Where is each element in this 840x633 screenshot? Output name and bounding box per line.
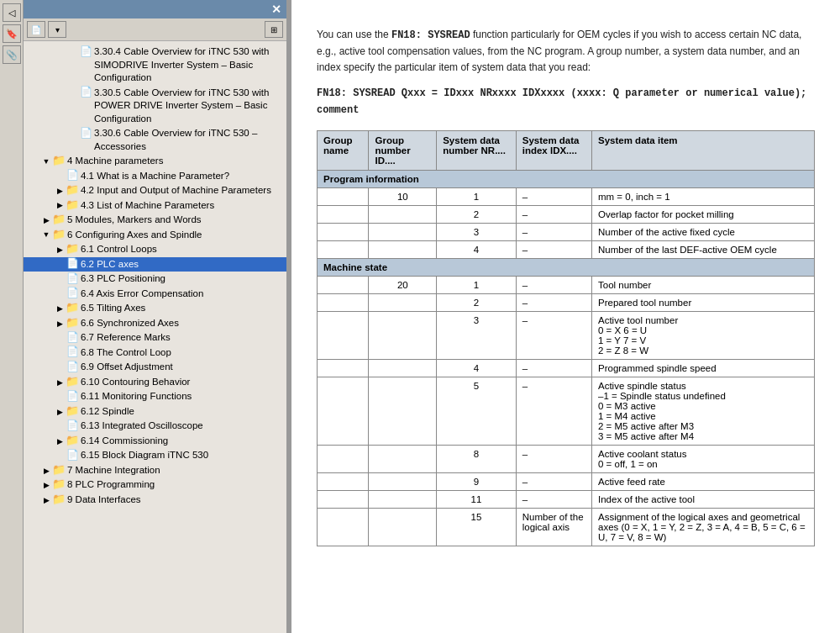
table-row: 5–Active spindle status–1 = Spindle stat… <box>318 377 815 445</box>
tree-item-block-diag[interactable]: 📄 6.15 Block Diagram iTNC 530 <box>24 448 286 463</box>
tree-item-control-loops[interactable]: ▶ 📁 6.1 Control Loops <box>24 242 286 257</box>
tree-icon: 📁 <box>66 199 79 211</box>
nav-back-btn[interactable]: ◁ <box>3 3 21 22</box>
tree-toggle[interactable]: ▶ <box>40 214 52 226</box>
table-row: 2–Overlap factor for pocket milling <box>318 205 815 223</box>
tree-label: 6.2 PLC axes <box>81 258 139 272</box>
paperclip-btn[interactable]: 📎 <box>3 45 21 64</box>
tree-label: 6.15 Block Diagram iTNC 530 <box>81 449 208 462</box>
tree-item-machine-params[interactable]: ▼ 📁 4 Machine parameters <box>24 154 286 169</box>
tree-toggle[interactable]: ▶ <box>54 377 66 388</box>
tree-item-input-output[interactable]: ▶ 📁 4.2 Input and Output of Machine Para… <box>24 183 286 198</box>
tree-label: 3.30.5 Cable Overview for iTNC 530 with … <box>94 87 283 126</box>
sidebar-close-btn[interactable]: ✕ <box>271 3 281 16</box>
table-cell-sys-item: Active coolant status0 = off, 1 = on <box>592 445 815 472</box>
tree-toggle[interactable] <box>54 347 66 359</box>
tree-toggle[interactable]: ▶ <box>54 185 66 197</box>
table-cell-group-num <box>369 223 437 240</box>
tree-item-plc-axes[interactable]: 📄 6.2 PLC axes <box>24 257 286 272</box>
table-cell-group-name <box>318 508 369 546</box>
tree-item-contouring[interactable]: ▶ 📁 6.10 Contouring Behavior <box>24 375 286 390</box>
tree-item-monitoring[interactable]: 📄 6.11 Monitoring Functions <box>24 389 286 404</box>
tree-icon: 📁 <box>66 405 79 417</box>
tree-toggle[interactable] <box>54 259 66 271</box>
table-cell-group-num <box>369 490 437 508</box>
tree-toggle[interactable]: ▶ <box>54 318 66 330</box>
tree-item-tilting-axes[interactable]: ▶ 📁 6.5 Tilting Axes <box>24 301 286 316</box>
tree-icon: 📄 <box>66 346 79 358</box>
tree-toggle[interactable] <box>54 288 66 300</box>
tree-item-what-is-param[interactable]: 📄 4.1 What is a Machine Parameter? <box>24 169 286 184</box>
tree-toggle[interactable] <box>54 273 66 285</box>
tree-item-data-interfaces[interactable]: ▶ 📁 9 Data Interfaces <box>24 493 286 508</box>
tree-toggle[interactable] <box>54 171 66 182</box>
sidebar: ✕ 📄 ▾ ⊞ 📄 3.30.4 Cable Overview for iTNC… <box>24 0 288 633</box>
tree-toggle[interactable] <box>67 128 79 140</box>
tree-label: 4.1 What is a Machine Parameter? <box>81 170 229 183</box>
tree-item-cable-3304[interactable]: 📄 3.30.4 Cable Overview for iTNC 530 wit… <box>24 45 286 86</box>
tree-toggle[interactable]: ▶ <box>54 303 66 314</box>
table-cell-sys-idx: – <box>516 240 591 258</box>
tree-toggle[interactable] <box>54 450 66 462</box>
table-cell-sys-item: Active feed rate <box>592 472 815 490</box>
bookmark-btn[interactable]: 🔖 <box>3 24 21 43</box>
tree-toggle[interactable]: ▶ <box>40 479 52 491</box>
tree-label: 3.30.4 Cable Overview for iTNC 530 with … <box>94 45 283 85</box>
tree-toggle[interactable]: ▶ <box>54 435 66 447</box>
tree-label: 6.4 Axis Error Compensation <box>81 287 203 301</box>
tree-toggle[interactable] <box>54 361 66 373</box>
table-cell-sys-item: Index of the active tool <box>592 490 815 508</box>
tree-toggle[interactable]: ▼ <box>40 229 52 241</box>
tree-item-ref-marks[interactable]: 📄 6.7 Reference Marks <box>24 330 286 346</box>
intro-text: You can use the FN18: SYSREAD function p… <box>317 27 815 76</box>
table-cell-sys-num: 2 <box>437 205 517 223</box>
tree-label: 7 Machine Integration <box>67 464 160 477</box>
tree-icon: 📁 <box>66 184 79 196</box>
table-cell-sys-num: 3 <box>437 223 517 240</box>
tree-toggle[interactable]: ▶ <box>40 494 52 506</box>
tree-item-plc-positioning[interactable]: 📄 6.3 PLC Positioning <box>24 272 286 287</box>
table-cell-sys-num: 4 <box>437 359 517 377</box>
table-cell-group-name <box>318 205 369 223</box>
tree-toggle[interactable] <box>67 87 79 99</box>
sidebar-tb-btn-1[interactable]: 📄 <box>27 21 45 38</box>
tree-item-spindle[interactable]: ▶ 📁 6.12 Spindle <box>24 404 286 419</box>
tree-item-offset-adj[interactable]: 📄 6.9 Offset Adjustment <box>24 360 286 375</box>
table-cell-sys-idx: – <box>516 311 591 359</box>
tree-item-axis-error[interactable]: 📄 6.4 Axis Error Compensation <box>24 287 286 302</box>
tree-item-configuring-axes[interactable]: ▼ 📁 6 Configuring Axes and Spindle <box>24 228 286 243</box>
table-cell-sys-item: Tool number <box>592 276 815 293</box>
tree-toggle[interactable]: ▶ <box>54 200 66 212</box>
tree-toggle[interactable] <box>54 391 66 403</box>
tree-item-list-params[interactable]: ▶ 📁 4.3 List of Machine Parameters <box>24 198 286 214</box>
tree-toggle[interactable] <box>54 332 66 344</box>
tree-toggle[interactable]: ▶ <box>54 406 66 418</box>
sidebar-tb-btn-2[interactable]: ⊞ <box>265 21 283 38</box>
table-cell-sys-num: 8 <box>437 445 517 472</box>
tree-toggle[interactable]: ▼ <box>40 156 52 167</box>
table-cell-sys-item: Prepared tool number <box>592 293 815 311</box>
tree-item-commissioning[interactable]: ▶ 📁 6.14 Commissioning <box>24 434 286 449</box>
tree-item-plc-prog[interactable]: ▶ 📁 8 PLC Programming <box>24 477 286 493</box>
tree-toggle[interactable] <box>67 46 79 58</box>
section-header-cell: Program information <box>318 170 815 187</box>
table-row: 8–Active coolant status0 = off, 1 = on <box>318 445 815 472</box>
table-cell-group-num: 10 <box>369 187 437 205</box>
table-cell-sys-item: Overlap factor for pocket milling <box>592 205 815 223</box>
tree-item-modules-markers[interactable]: ▶ 📁 5 Modules, Markers and Words <box>24 213 286 228</box>
tree-toggle[interactable]: ▶ <box>54 244 66 256</box>
tree-item-oscilloscope[interactable]: 📄 6.13 Integrated Oscilloscope <box>24 419 286 434</box>
tree-item-sync-axes[interactable]: ▶ 📁 6.6 Synchronized Axes <box>24 316 286 331</box>
tree-toggle[interactable] <box>54 420 66 432</box>
tree-label: 4.2 Input and Output of Machine Paramete… <box>81 184 271 198</box>
tree-item-cable-3305[interactable]: 📄 3.30.5 Cable Overview for iTNC 530 wit… <box>24 86 286 127</box>
table-cell-group-num <box>369 240 437 258</box>
code-example: FN18: SYSREAD Qxxx = IDxxx NRxxxx IDXxxx… <box>317 87 806 116</box>
tree-icon: 📁 <box>66 317 79 329</box>
tree-label: 6.7 Reference Marks <box>81 331 171 345</box>
tree-item-control-loop[interactable]: 📄 6.8 The Control Loop <box>24 346 286 361</box>
tree-item-machine-int[interactable]: ▶ 📁 7 Machine Integration <box>24 463 286 478</box>
sidebar-dropdown-btn[interactable]: ▾ <box>48 21 66 38</box>
tree-toggle[interactable]: ▶ <box>40 465 52 477</box>
tree-item-cable-3306[interactable]: 📄 3.30.6 Cable Overview for iTNC 530 – A… <box>24 126 286 154</box>
